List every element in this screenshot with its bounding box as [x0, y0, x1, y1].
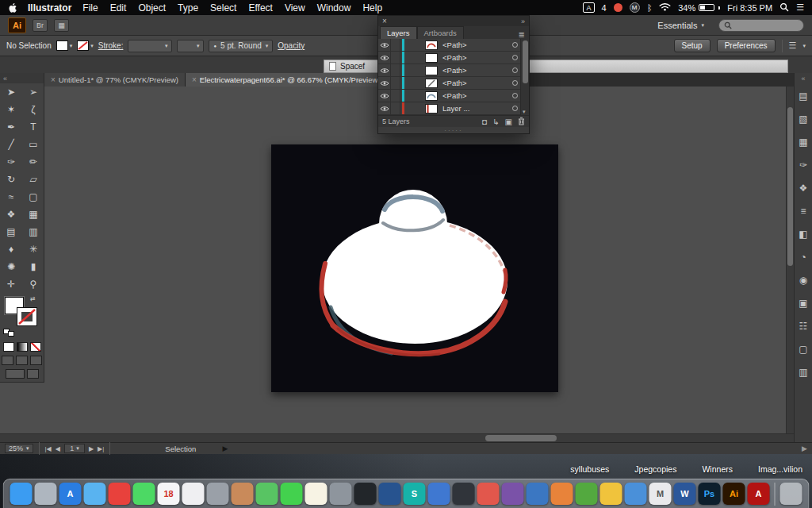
- notification-center-icon[interactable]: ☰: [796, 2, 804, 13]
- menu-edit[interactable]: Edit: [110, 2, 127, 13]
- menu-window[interactable]: Window: [317, 2, 351, 13]
- input-source-icon[interactable]: A: [583, 2, 594, 13]
- swatches-panel-icon[interactable]: ▦: [796, 135, 810, 148]
- lock-cell[interactable]: [391, 102, 400, 114]
- dock-illustrator[interactable]: Ai: [723, 483, 745, 505]
- document-setup-button[interactable]: Setup: [674, 39, 710, 52]
- new-layer-icon[interactable]: ▣: [505, 117, 512, 126]
- dock-purple-app[interactable]: [502, 483, 524, 505]
- brush-definition-combo[interactable]: ● 5 pt. Round ▾: [209, 40, 273, 52]
- make-clipping-mask-icon[interactable]: ◘: [482, 117, 487, 126]
- fill-color-picker[interactable]: ▾: [56, 40, 73, 51]
- visibility-eye-icon[interactable]: [378, 90, 391, 102]
- gradient-panel-icon[interactable]: ◧: [796, 227, 810, 241]
- width-tool[interactable]: ≈: [0, 188, 22, 206]
- new-sublayer-icon[interactable]: ↳: [492, 117, 499, 126]
- visibility-eye-icon[interactable]: [378, 52, 391, 64]
- layer-row[interactable]: <Path>: [378, 52, 529, 64]
- dock-terminal[interactable]: [354, 483, 377, 505]
- draw-normal-button[interactable]: [2, 356, 13, 365]
- align-panel-icon[interactable]: ▥: [796, 365, 810, 379]
- dock-blue-app-4[interactable]: [625, 483, 647, 505]
- status-menu-arrow-icon[interactable]: ▶: [222, 444, 228, 452]
- zoom-tool[interactable]: ⚲: [22, 275, 44, 293]
- layers-panel-titlebar[interactable]: × »: [378, 16, 529, 26]
- document-tab[interactable]: ×Electricwaterpagent66.ai* @ 66.67% (CMY…: [186, 73, 388, 87]
- scale-tool[interactable]: ▱: [22, 171, 44, 188]
- horizontal-scrollbar[interactable]: [0, 433, 794, 442]
- color-panel-icon[interactable]: ▤: [796, 89, 810, 102]
- selection-tool[interactable]: ➤: [0, 83, 22, 101]
- pen-tool[interactable]: ✒: [0, 118, 22, 136]
- dock-dark-app[interactable]: [453, 483, 475, 505]
- desktop-file-label[interactable]: syllubuses: [570, 464, 609, 474]
- go-to-bridge-icon[interactable]: Br: [33, 19, 48, 32]
- pencil-tool[interactable]: ✏: [22, 153, 44, 171]
- red-status-icon[interactable]: [614, 3, 622, 12]
- document-tab[interactable]: ×Untitled-1* @ 77% (CMYK/Preview): [44, 73, 186, 87]
- wifi-icon[interactable]: [659, 2, 671, 13]
- menu-clock[interactable]: Fri 8:35 PM: [727, 3, 772, 13]
- desktop-file-label[interactable]: Jpegcopies: [634, 464, 676, 474]
- target-circle-icon[interactable]: [512, 55, 518, 60]
- paintbrush-tool[interactable]: ✑: [0, 153, 22, 171]
- dock-mail[interactable]: [84, 483, 106, 505]
- vertical-scroll-thumb[interactable]: [787, 107, 793, 266]
- color-mode-button[interactable]: [3, 342, 14, 352]
- transparency-panel-icon[interactable]: ◔: [796, 250, 810, 264]
- draw-inside-button[interactable]: [30, 356, 42, 365]
- prev-artboard-button[interactable]: ◀: [56, 445, 60, 452]
- default-fill-stroke-icon[interactable]: [3, 329, 14, 337]
- gradient-mode-button[interactable]: [17, 342, 28, 352]
- swap-fill-stroke-icon[interactable]: ⇄: [30, 295, 36, 302]
- visibility-eye-icon[interactable]: [378, 64, 391, 76]
- m-menu-icon[interactable]: M: [630, 2, 640, 13]
- panel-menu-icon[interactable]: ≣: [519, 30, 525, 39]
- shape-builder-tool[interactable]: ❖: [0, 206, 22, 223]
- dock-yellow-app[interactable]: [600, 483, 622, 505]
- dock-m-app[interactable]: M: [649, 483, 672, 505]
- menu-select[interactable]: Select: [210, 2, 236, 13]
- dock-settings[interactable]: [207, 483, 229, 505]
- apple-menu-icon[interactable]: [8, 2, 17, 13]
- lasso-tool[interactable]: ζ: [22, 101, 44, 118]
- menu-view[interactable]: View: [285, 2, 305, 13]
- menu-type[interactable]: Type: [178, 2, 198, 13]
- hand-tool[interactable]: ✛: [0, 275, 22, 293]
- stroke-color-picker[interactable]: ▾: [77, 40, 94, 51]
- lock-cell[interactable]: [391, 52, 400, 64]
- eyedropper-tool[interactable]: ♦: [0, 241, 22, 258]
- target-circle-icon[interactable]: [512, 93, 518, 98]
- menu-help[interactable]: Help: [362, 2, 382, 13]
- visibility-eye-icon[interactable]: [378, 102, 391, 114]
- artboard-number-combo[interactable]: 1 ▾: [64, 444, 85, 453]
- dock-blue-app-2[interactable]: [428, 483, 450, 505]
- canvas-area[interactable]: [0, 87, 794, 433]
- opacity-link[interactable]: Opacity: [278, 41, 304, 50]
- dock-finder[interactable]: [10, 483, 33, 505]
- width-profile-combo[interactable]: ▾: [177, 40, 204, 52]
- dock-blue-app-3[interactable]: [527, 483, 549, 505]
- artboards-panel-icon[interactable]: ▢: [796, 342, 810, 356]
- layer-row[interactable]: <Path>: [378, 77, 529, 90]
- horizontal-scroll-thumb[interactable]: [485, 435, 557, 441]
- vertical-scrollbar[interactable]: [786, 87, 794, 433]
- screen-mode-button[interactable]: [6, 369, 25, 379]
- tab-layers[interactable]: Layers: [380, 26, 417, 39]
- none-mode-button[interactable]: [30, 342, 41, 352]
- mesh-tool[interactable]: ▤: [0, 223, 22, 241]
- desktop-file-label[interactable]: Winners: [702, 464, 733, 474]
- dock-launchpad[interactable]: [35, 483, 57, 505]
- layers-scroll-thumb[interactable]: [523, 40, 528, 83]
- screen-mode-menu-button[interactable]: [27, 369, 39, 379]
- search-input[interactable]: [718, 19, 804, 32]
- lock-cell[interactable]: [391, 90, 400, 102]
- symbols-panel-icon[interactable]: ❖: [796, 181, 810, 194]
- last-artboard-button[interactable]: ▶|: [98, 445, 104, 452]
- app-menu-title[interactable]: Illustrator: [28, 2, 71, 13]
- spotlight-icon[interactable]: [779, 2, 789, 13]
- layer-row[interactable]: <Path>: [378, 39, 529, 52]
- dock-red-app[interactable]: [477, 483, 500, 505]
- menu-object[interactable]: Object: [138, 2, 166, 13]
- lock-cell[interactable]: [391, 77, 400, 89]
